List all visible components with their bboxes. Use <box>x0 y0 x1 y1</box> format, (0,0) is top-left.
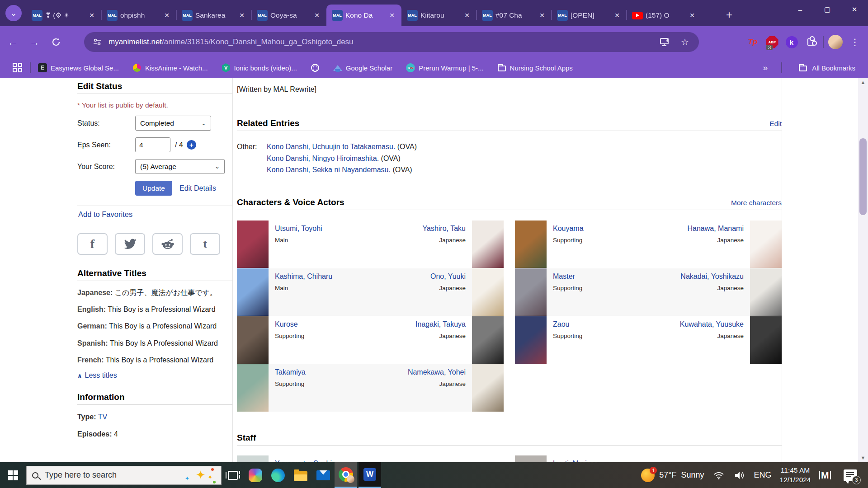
wifi-icon[interactable] <box>712 471 725 479</box>
tab-close-icon[interactable]: ✕ <box>237 10 247 20</box>
more-characters-link[interactable]: More characters <box>731 199 782 207</box>
extension-tp[interactable]: Tp <box>745 34 760 50</box>
related-entry-link[interactable]: Kono Danshi, Ningyo Hiroimashita. <box>267 155 379 162</box>
bookmark-prerun-warmup[interactable]: RWPrerun Warmup | 5-... <box>406 63 483 72</box>
browser-tab[interactable]: MALohpishh✕ <box>101 5 176 26</box>
apps-grid-icon[interactable] <box>13 63 23 73</box>
related-entries-edit-link[interactable]: Edit <box>769 120 782 128</box>
minimize-button[interactable]: – <box>787 0 814 19</box>
scroll-down-arrow[interactable]: ▼ <box>858 453 868 462</box>
add-to-favorites-link[interactable]: Add to Favorites <box>78 210 132 218</box>
voice-actor-link[interactable]: Ono, Yuuki <box>430 272 466 280</box>
forward-button[interactable]: → <box>25 33 43 51</box>
weather-widget[interactable]: 1 57°F Sunny <box>641 469 704 482</box>
all-bookmarks-button[interactable]: All Bookmarks <box>798 63 855 72</box>
less-titles-link[interactable]: ∧Less titles <box>77 371 117 379</box>
voice-actor-image[interactable] <box>472 364 504 412</box>
tab-close-icon[interactable]: ✕ <box>387 10 397 20</box>
score-select[interactable]: (5) Average⌄ <box>135 159 225 174</box>
task-view-button[interactable] <box>222 462 244 488</box>
new-tab-button[interactable]: + <box>722 7 737 23</box>
tab-close-icon[interactable]: ✕ <box>612 10 622 20</box>
character-image[interactable] <box>237 221 269 268</box>
bookmarks-overflow-chevron[interactable]: » <box>763 63 768 73</box>
extension-k[interactable]: k <box>784 34 799 50</box>
staff-image[interactable] <box>237 455 269 462</box>
bookmark-google-scholar[interactable]: Google Scholar <box>333 63 392 72</box>
tab-close-icon[interactable]: ✕ <box>162 10 172 20</box>
tab-search-button[interactable]: ⌄ <box>5 5 22 21</box>
increment-episode-button[interactable]: + <box>187 140 196 150</box>
voice-actor-link[interactable]: Yashiro, Taku <box>423 225 466 232</box>
profile-avatar[interactable] <box>828 34 843 50</box>
clock[interactable]: 11:45 AM 12/1/2024 <box>780 466 811 485</box>
tab-close-icon[interactable]: ✕ <box>462 10 472 20</box>
browser-tab[interactable]: MALKiitarou✕ <box>401 5 476 26</box>
edge-button[interactable] <box>267 462 289 488</box>
character-link[interactable]: Master <box>553 272 575 280</box>
voice-actor-link[interactable]: Hanawa, Manami <box>688 225 744 232</box>
tab-close-icon[interactable]: ✕ <box>537 10 547 20</box>
scroll-up-arrow[interactable]: ▲ <box>858 78 868 87</box>
character-image[interactable] <box>237 268 269 316</box>
voice-actor-image[interactable] <box>750 268 782 316</box>
voice-actor-link[interactable]: Namekawa, Yohei <box>408 368 466 376</box>
character-image[interactable] <box>515 268 547 316</box>
scrollbar-thumb[interactable] <box>859 138 867 215</box>
browser-tab-active[interactable]: MALKono Da✕ <box>326 5 401 26</box>
status-select[interactable]: Completed⌄ <box>135 116 211 131</box>
start-button[interactable] <box>0 462 26 488</box>
character-link[interactable]: Kouyama <box>553 225 584 232</box>
close-button[interactable]: ✕ <box>841 0 868 19</box>
notification-button[interactable]: 3 <box>839 462 862 488</box>
language-indicator[interactable]: ENG <box>754 470 772 480</box>
bookmark-folder-nursing[interactable]: Nursing School Apps <box>497 63 573 72</box>
browser-tab[interactable]: MAL#07 Cha✕ <box>476 5 552 26</box>
tab-close-icon[interactable]: ✕ <box>687 10 697 20</box>
file-explorer-button[interactable] <box>289 462 312 488</box>
address-bar[interactable]: myanimelist.net/anime/31815/Kono_Danshi_… <box>84 32 699 52</box>
character-link[interactable]: Takamiya <box>275 368 306 376</box>
extension-adblock[interactable]: ABP3 <box>764 34 780 50</box>
voice-actor-image[interactable] <box>472 221 504 268</box>
browser-tab[interactable]: MAL❣ (⚙ ✴✕ <box>26 5 101 26</box>
browser-tab[interactable]: MALOoya-sa✕ <box>251 5 326 26</box>
voice-actor-link[interactable]: Kuwahata, Yuusuke <box>680 320 744 328</box>
character-link[interactable]: Utsumi, Toyohi <box>275 225 322 232</box>
facebook-share-button[interactable]: f <box>77 233 108 255</box>
word-button[interactable]: W <box>359 462 381 488</box>
back-button[interactable]: ← <box>4 33 22 51</box>
voice-actor-image[interactable] <box>750 221 782 268</box>
edit-details-link[interactable]: Edit Details <box>179 184 216 192</box>
reddit-share-button[interactable] <box>152 233 183 255</box>
search-input[interactable] <box>45 470 184 480</box>
chrome-button[interactable] <box>335 462 357 488</box>
reload-button[interactable] <box>47 33 65 51</box>
copilot-button[interactable] <box>244 462 267 488</box>
taskbar-search[interactable]: ✦✦✦ <box>26 466 222 485</box>
browser-tab[interactable]: (157) O✕ <box>627 5 702 26</box>
staff-image[interactable] <box>515 455 547 462</box>
voice-actor-link[interactable]: Inagaki, Takuya <box>415 320 466 328</box>
tab-close-icon[interactable]: ✕ <box>312 10 322 20</box>
voice-actor-link[interactable]: Nakadai, Yoshikazu <box>680 272 744 280</box>
bookmark-ionic-bonds[interactable]: VIonic bonds (video)... <box>222 63 297 72</box>
voice-actor-image[interactable] <box>750 316 782 364</box>
mail-button[interactable] <box>312 462 335 488</box>
bookmark-easynews[interactable]: EEasynews Global Se... <box>38 63 119 72</box>
related-entry-link[interactable]: Kono Danshi, Uchuujin to Tatakaemasu. <box>267 143 395 150</box>
character-link[interactable]: Kashima, Chiharu <box>275 272 332 280</box>
mal-app-icon[interactable]: M <box>819 470 831 481</box>
page-scrollbar[interactable]: ▲ ▼ <box>858 78 868 462</box>
update-button[interactable]: Update <box>135 181 172 196</box>
tab-close-icon[interactable]: ✕ <box>87 10 97 20</box>
related-entry-link[interactable]: Kono Danshi, Sekka ni Nayandemasu. <box>267 166 391 174</box>
character-image[interactable] <box>237 364 269 412</box>
url-text[interactable]: myanimelist.net/anime/31815/Kono_Danshi_… <box>108 38 652 47</box>
type-tv-link[interactable]: TV <box>98 413 107 421</box>
install-app-icon[interactable] <box>658 35 672 49</box>
maximize-button[interactable]: ▢ <box>814 0 841 19</box>
volume-icon[interactable] <box>733 471 746 480</box>
browser-menu-button[interactable]: ⋮ <box>847 34 863 50</box>
tumblr-share-button[interactable]: t <box>190 233 220 255</box>
